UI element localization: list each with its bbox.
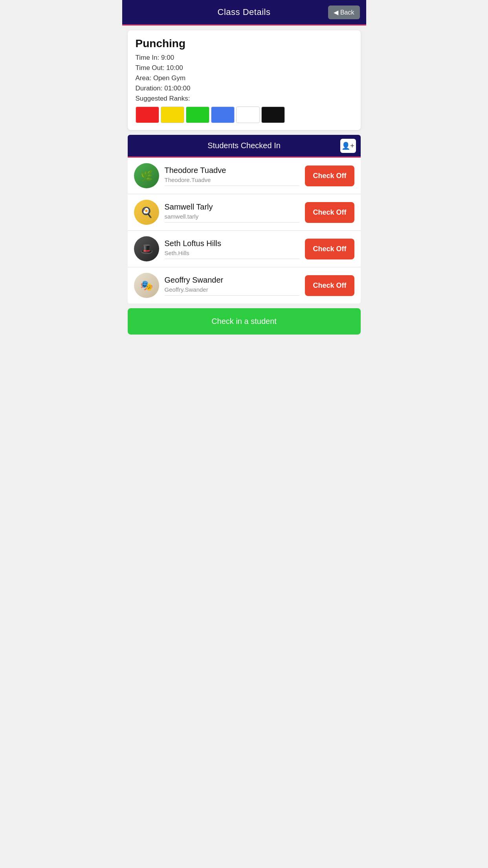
rank-swatch-white xyxy=(236,107,260,123)
student-info: Geoffry Swander Geoffry.Swander xyxy=(165,276,300,296)
avatar: 🌿 xyxy=(134,163,159,188)
time-out-value: 10:00 xyxy=(166,64,183,72)
class-details-card: Punching Time In: 9:00 Time Out: 10:00 A… xyxy=(128,30,361,130)
duration-row: Duration: 01:00:00 xyxy=(136,85,353,92)
student-info: Theodore Tuadve Theodore.Tuadve xyxy=(165,166,300,186)
add-student-icon: 👤+ xyxy=(341,142,354,150)
duration-value: 01:00:00 xyxy=(164,85,190,92)
check-in-student-button[interactable]: Check in a student xyxy=(128,308,361,335)
table-row: 🌿 Theodore Tuadve Theodore.Tuadve Check … xyxy=(128,158,361,194)
time-out-label: Time Out: xyxy=(136,64,165,72)
student-username: Seth.Hills xyxy=(165,250,300,259)
check-off-button[interactable]: Check Off xyxy=(305,202,354,223)
students-section-header: Students Checked In 👤+ xyxy=(128,135,361,158)
area-label: Area: xyxy=(136,74,152,82)
table-row: 🎭 Geoffry Swander Geoffry.Swander Check … xyxy=(128,267,361,303)
rank-colors-container xyxy=(136,107,353,123)
time-in-value: 9:00 xyxy=(161,54,174,61)
rank-swatch-red xyxy=(136,107,159,123)
rank-swatch-green xyxy=(186,107,209,123)
check-off-button[interactable]: Check Off xyxy=(305,239,354,259)
rank-swatch-blue xyxy=(211,107,235,123)
class-name: Punching xyxy=(136,37,353,50)
student-username: Geoffry.Swander xyxy=(165,286,300,296)
student-username: samwell.tarly xyxy=(165,213,300,223)
rank-swatch-black xyxy=(261,107,285,123)
rank-swatch-yellow xyxy=(161,107,184,123)
check-off-button[interactable]: Check Off xyxy=(305,166,354,186)
time-in-label: Time In: xyxy=(136,54,160,61)
back-button[interactable]: ◀ Back xyxy=(328,6,360,19)
student-name: Samwell Tarly xyxy=(165,202,300,211)
duration-label: Duration: xyxy=(136,85,163,92)
table-row: 🍳 Samwell Tarly samwell.tarly Check Off xyxy=(128,194,361,231)
time-in-row: Time In: 9:00 xyxy=(136,54,353,62)
area-row: Area: Open Gym xyxy=(136,74,353,82)
avatar: 🎭 xyxy=(134,273,159,298)
students-title: Students Checked In xyxy=(207,141,281,150)
page-header: Class Details ◀ Back xyxy=(122,0,366,26)
student-info: Samwell Tarly samwell.tarly xyxy=(165,202,300,223)
avatar: 🎩 xyxy=(134,236,159,261)
student-name: Geoffry Swander xyxy=(165,276,300,285)
check-off-button[interactable]: Check Off xyxy=(305,275,354,296)
page-title: Class Details xyxy=(218,7,271,17)
student-name: Seth Loftus Hills xyxy=(165,239,300,248)
student-name: Theodore Tuadve xyxy=(165,166,300,175)
student-info: Seth Loftus Hills Seth.Hills xyxy=(165,239,300,259)
student-username: Theodore.Tuadve xyxy=(165,177,300,186)
area-value: Open Gym xyxy=(153,74,185,82)
students-list: 🌿 Theodore Tuadve Theodore.Tuadve Check … xyxy=(128,158,361,303)
add-student-button[interactable]: 👤+ xyxy=(340,139,356,153)
time-out-row: Time Out: 10:00 xyxy=(136,64,353,72)
table-row: 🎩 Seth Loftus Hills Seth.Hills Check Off xyxy=(128,231,361,267)
suggested-ranks-label: Suggested Ranks: xyxy=(136,95,353,103)
avatar: 🍳 xyxy=(134,200,159,225)
